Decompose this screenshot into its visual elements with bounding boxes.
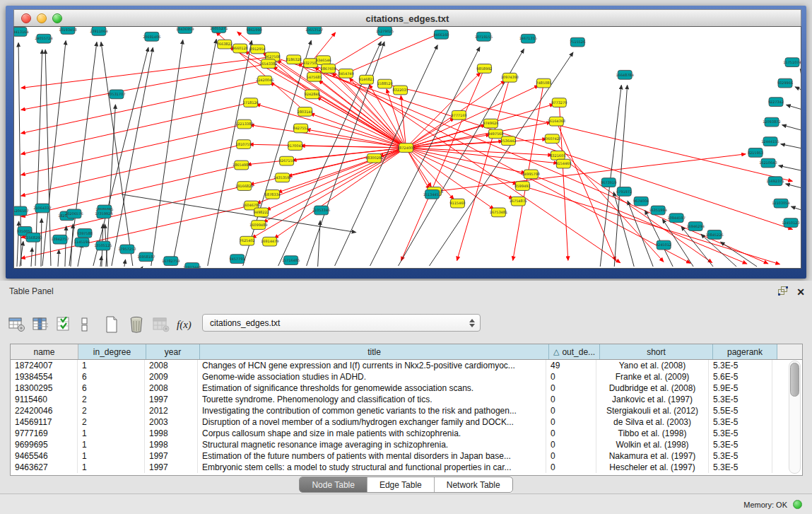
graph-node-label: 12103054 [772, 201, 789, 205]
window-titlebar[interactable]: citations_edges.txt [13, 9, 801, 28]
table-row[interactable]: 946554611997Estimation of the future num… [11, 450, 802, 462]
table-header-row: namein_degreeyeartitle△out_de...shortpag… [11, 344, 802, 360]
graph-node-label: 16958187 [137, 255, 155, 259]
column-header-out_de[interactable]: △out_de... [549, 344, 600, 359]
graph-node-label: 9146821 [358, 77, 374, 81]
show-columns-button[interactable] [33, 317, 57, 332]
graph-node-label: 10974393 [501, 76, 519, 80]
sort-ascending-icon: △ [553, 347, 559, 356]
rows-button[interactable] [81, 317, 105, 332]
graph-node-label: 5475685 [307, 75, 322, 79]
cell-name: 22420046 [11, 405, 78, 416]
cell-title: Estimation of significance thresholds fo… [198, 382, 546, 394]
cell-title: Corpus callosum shape and size in male p… [198, 428, 546, 439]
graph-node-label: 25206507 [14, 209, 29, 213]
graph-node-label: 9498222 [254, 210, 269, 214]
cell-out_degree: 0 [546, 439, 596, 450]
table-settings-icon [8, 317, 25, 332]
cell-pagerank: 5.3E-5 [709, 428, 772, 439]
cell-short: Nakamura et al. (1997) [596, 450, 709, 462]
graph-node-label: 16099489 [249, 223, 267, 227]
new-file-button[interactable] [105, 316, 129, 333]
cell-pagerank: 5.5E-5 [709, 405, 772, 416]
window-title: citations_edges.txt [14, 13, 801, 24]
dropdown-stepper-icon [466, 319, 480, 327]
graph-node-label: 9858992 [476, 66, 492, 71]
scrollbar-thumb[interactable] [790, 363, 799, 397]
table-settings-button[interactable] [8, 317, 33, 332]
column-header-name[interactable]: name [11, 344, 78, 359]
column-header-title[interactable]: title [200, 344, 549, 359]
graph-node-label: 10719155 [475, 35, 493, 39]
cell-out_degree: 0 [546, 382, 596, 394]
tab-edge-table[interactable]: Edge Table [367, 477, 434, 492]
close-panel-icon[interactable]: ✕ [796, 287, 805, 297]
table-panel-header: Table Panel ✕ [0, 281, 812, 302]
cell-short: Jankovic et al. (1997) [596, 394, 709, 405]
graph-node-label: 12450123 [782, 221, 799, 225]
graph-node-label: 9749626 [483, 121, 498, 125]
function-builder-button[interactable]: f(x) [177, 319, 201, 331]
graph-node-label: 23911064 [90, 29, 107, 33]
vertical-scrollbar[interactable] [789, 361, 801, 474]
graph-node-label: 6791972 [616, 189, 632, 194]
table-row[interactable]: 969969511998Structural magnetic resonanc… [11, 439, 802, 450]
graph-node-label: 9777169 [451, 113, 466, 117]
cell-in_degree: 6 [78, 382, 145, 394]
graph-node-label: 16164368 [548, 119, 565, 123]
column-header-short[interactable]: short [600, 344, 713, 359]
graph-node-label: 1810755 [236, 142, 252, 146]
network-canvas[interactable]: 1941316424055724101934582391106420691406… [13, 26, 801, 269]
cell-pagerank: 5.9E-5 [709, 382, 772, 394]
memory-status-icon [793, 500, 802, 509]
cell-out_degree: 0 [546, 462, 596, 473]
cell-year: 1997 [145, 450, 198, 462]
graph-node-label: 10653527 [305, 28, 323, 32]
graph-node-label: 8673919 [601, 180, 616, 185]
table-row[interactable]: 911546021997Tourette syndrome. Phenomeno… [11, 394, 802, 405]
citation-network-graph[interactable]: 1941316424055724101934582391106420691406… [14, 27, 801, 268]
graph-node-label: 19413164 [14, 30, 29, 34]
row-selection-button[interactable] [57, 317, 81, 332]
graph-node-label: 8186328 [286, 57, 302, 62]
column-header-pagerank[interactable]: pagerank [713, 344, 777, 359]
column-header-in_degree[interactable]: in_degree [78, 344, 146, 359]
float-panel-icon[interactable] [778, 286, 788, 298]
graph-node-label: 9457791 [230, 257, 245, 261]
table-row[interactable]: 1938455462009Genome-wide association stu… [11, 371, 802, 382]
table-row[interactable]: 1456911722003Disruption of a novel membe… [11, 416, 802, 428]
graph-node-label: 9267150 [279, 158, 295, 163]
graph-node-label: 2536442 [500, 139, 516, 143]
table-row[interactable]: 2242004622012Investigating the contribut… [11, 405, 802, 416]
cell-pagerank: 5.3E-5 [709, 360, 772, 371]
graph-node-label: 9115460 [449, 201, 465, 205]
table-select-dropdown[interactable]: citations_edges.txt [202, 314, 481, 332]
graph-node-label: 18654985 [233, 163, 250, 167]
column-header-year[interactable]: year [146, 344, 200, 359]
cell-pagerank: 5.3E-5 [709, 394, 772, 405]
cell-year: 1997 [145, 462, 198, 473]
graph-node-label: 9397588 [77, 231, 93, 235]
cell-title: Tourette syndrome. Phenomenology and cla… [198, 394, 546, 405]
rows-icon [81, 317, 89, 332]
cell-title: Investigating the contribution of common… [198, 405, 546, 416]
table-row[interactable]: 1830029562008Estimation of significance … [11, 382, 802, 394]
cell-in_degree: 6 [78, 371, 145, 382]
tab-node-table[interactable]: Node Table [300, 477, 367, 492]
cell-short: Dudbridge et al. (2008) [596, 382, 709, 394]
cell-short: Hescheler et al. (1997) [596, 462, 709, 473]
graph-node-label: 9773279 [551, 100, 567, 105]
cell-out_degree: 0 [546, 416, 596, 428]
graph-node-label: 20691406 [143, 35, 160, 39]
trash-button[interactable] [129, 316, 153, 333]
graph-node-label: 18436959 [176, 27, 194, 31]
table-row[interactable]: 1872400712008Changes of HCN gene express… [11, 360, 802, 371]
graph-node-label: 1145194 [74, 240, 90, 244]
table-row[interactable]: 977716911998Corpus callosum shape and si… [11, 428, 802, 439]
status-bar: Memory: OK [0, 493, 812, 514]
cell-year: 2003 [145, 416, 198, 428]
cell-name: 9777169 [11, 428, 78, 439]
delete-table-button[interactable] [153, 317, 177, 332]
table-row[interactable]: 946362711997Embryonic stem cells: a mode… [11, 462, 802, 473]
tab-network-table[interactable]: Network Table [434, 477, 512, 492]
